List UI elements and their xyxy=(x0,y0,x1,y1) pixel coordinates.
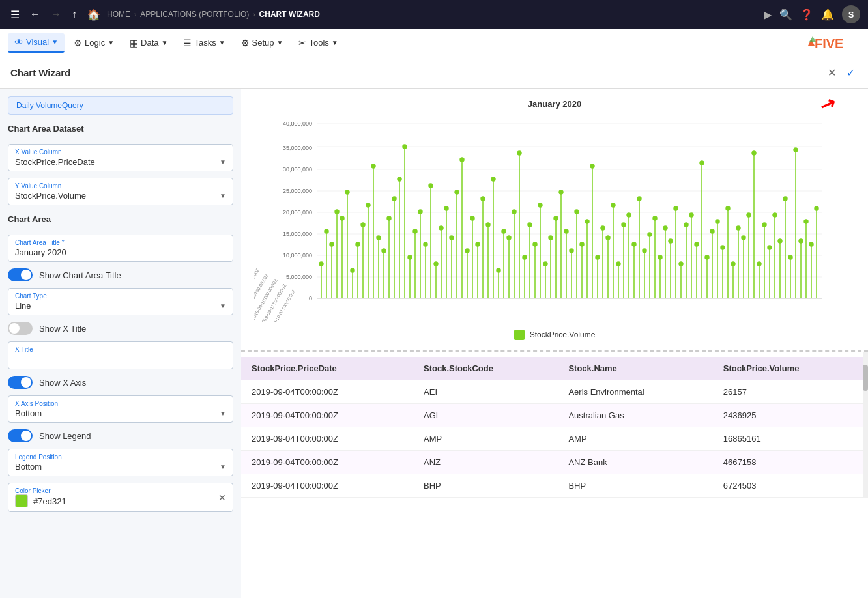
show-chart-area-title-row: Show Chart Area Title xyxy=(8,268,233,281)
svg-point-212 xyxy=(815,206,818,210)
nav-setup[interactable]: ⚙ Setup ▼ xyxy=(235,34,290,52)
nav-visual[interactable]: 👁 Visual ▼ xyxy=(8,33,65,53)
svg-point-68 xyxy=(439,226,443,230)
cell-name: AMP xyxy=(558,427,712,451)
up-icon[interactable]: ↑ xyxy=(69,6,80,23)
show-legend-label: Show Legend xyxy=(39,431,91,441)
svg-text:10,000,000: 10,000,000 xyxy=(283,252,312,259)
y-value-dropdown-icon: ▼ xyxy=(220,192,226,199)
show-legend-toggle[interactable] xyxy=(8,429,33,442)
nav-tasks-label: Tasks xyxy=(194,38,216,48)
right-panel: ↗ January 2020 40,000,000 35,000,000 30,… xyxy=(241,89,868,598)
y-value-value: StockPrice.Volume xyxy=(15,191,226,201)
show-x-axis-toggle[interactable] xyxy=(8,376,33,389)
x-value-field[interactable]: X Value Column StockPrice.PriceDate ▼ xyxy=(8,144,233,171)
search-icon[interactable]: 🔍 xyxy=(779,8,792,21)
svg-point-50 xyxy=(392,197,396,201)
scrollbar-track[interactable] xyxy=(863,352,868,498)
chart-type-field[interactable]: Chart Type Line ▼ xyxy=(8,288,233,315)
nav-data[interactable]: ▦ Data ▼ xyxy=(123,34,174,52)
x-axis-position-label: X Axis Position xyxy=(15,400,226,407)
cell-date: 2019-09-04T00:00:00Z xyxy=(241,451,413,474)
show-x-title-toggle[interactable] xyxy=(8,322,33,335)
nav-data-label: Data xyxy=(141,38,158,48)
svg-point-114 xyxy=(559,190,563,194)
scrollbar-thumb[interactable] xyxy=(863,365,868,391)
color-picker-label: Color Picker xyxy=(15,487,66,494)
chart-legend: StockPrice.Volume xyxy=(254,324,855,345)
nav-tools-label: Tools xyxy=(309,38,328,48)
svg-point-40 xyxy=(366,203,370,207)
svg-point-166 xyxy=(695,242,699,246)
table-row: 2019-09-04T00:00:00Z AGL Australian Gas … xyxy=(241,404,868,427)
svg-point-136 xyxy=(616,262,620,266)
svg-text:35,000,000: 35,000,000 xyxy=(283,145,312,151)
data-icon: ▦ xyxy=(130,38,138,48)
chart-type-dropdown-icon: ▼ xyxy=(220,302,226,309)
confirm-wizard-button[interactable]: ✓ xyxy=(844,65,858,80)
svg-text:0: 0 xyxy=(309,295,312,302)
svg-point-56 xyxy=(408,255,412,259)
wizard-title: Chart Wizard xyxy=(10,67,70,78)
svg-point-124 xyxy=(585,220,589,223)
svg-point-24 xyxy=(325,229,328,233)
table-row: 2019-09-04T00:00:00Z AMP AMP 16865161 xyxy=(241,427,868,451)
cell-name: ANZ Bank xyxy=(558,451,712,474)
query-chip[interactable]: Daily VolumeQuery xyxy=(8,96,233,115)
chart-area-section-label: Chart Area xyxy=(8,214,233,224)
nav-logic[interactable]: ⚙ Logic ▼ xyxy=(67,34,121,52)
visual-icon: 👁 xyxy=(14,37,23,48)
svg-point-140 xyxy=(627,213,631,217)
nav-visual-label: Visual xyxy=(26,37,49,47)
cell-code: AGL xyxy=(413,404,558,427)
show-x-title-row: Show X Title xyxy=(8,322,233,335)
chart-area-title-field[interactable]: Chart Area Title * January 2020 xyxy=(8,235,233,262)
svg-point-142 xyxy=(632,242,636,246)
chart-title: January 2020 xyxy=(254,99,855,109)
help-icon[interactable]: ❓ xyxy=(800,8,813,21)
topbar-actions: ▶ 🔍 ❓ 🔔 S xyxy=(764,5,860,23)
hamburger-icon[interactable]: ☰ xyxy=(8,6,22,23)
left-panel: Daily VolumeQuery Chart Area Dataset X V… xyxy=(0,89,241,598)
x-axis-position-field[interactable]: X Axis Position Bottom ▼ xyxy=(8,395,233,423)
svg-point-106 xyxy=(538,203,542,207)
svg-point-144 xyxy=(637,197,641,201)
svg-point-186 xyxy=(747,213,751,217)
cell-volume: 2436925 xyxy=(713,404,868,427)
show-chart-area-title-toggle[interactable] xyxy=(8,268,33,281)
svg-text:15,000,000: 15,000,000 xyxy=(283,231,312,237)
table-row: 2019-09-04T00:00:00Z BHP BHP 6724503 xyxy=(241,474,868,498)
navbar: 👁 Visual ▼ ⚙ Logic ▼ ▦ Data ▼ ☰ Tasks ▼ … xyxy=(0,29,868,57)
svg-point-62 xyxy=(424,242,427,246)
svg-point-170 xyxy=(705,255,709,259)
nav-tools[interactable]: ✂ Tools ▼ xyxy=(292,34,344,52)
cell-code: ANZ xyxy=(413,451,558,474)
svg-point-52 xyxy=(398,177,401,181)
avatar[interactable]: S xyxy=(842,5,860,23)
x-title-field[interactable]: X Title xyxy=(8,341,233,369)
svg-point-208 xyxy=(804,220,808,223)
play-icon[interactable]: ▶ xyxy=(764,8,772,21)
svg-point-74 xyxy=(455,190,459,194)
bell-icon[interactable]: 🔔 xyxy=(821,8,834,21)
color-picker-field[interactable]: Color Picker #7ed321 ✕ xyxy=(8,483,233,512)
svg-text:5,000,000: 5,000,000 xyxy=(286,274,312,280)
breadcrumb-home[interactable]: HOME xyxy=(107,10,130,19)
cell-volume: 16865161 xyxy=(713,427,868,451)
color-picker-close-icon[interactable]: ✕ xyxy=(218,492,226,503)
svg-point-188 xyxy=(752,151,756,155)
color-swatch[interactable] xyxy=(15,494,28,507)
svg-point-98 xyxy=(517,151,521,155)
x-title-value[interactable] xyxy=(15,354,226,365)
wizard-header-actions: ✕ ✓ xyxy=(825,65,858,80)
nav-tasks[interactable]: ☰ Tasks ▼ xyxy=(177,34,231,52)
close-wizard-button[interactable]: ✕ xyxy=(825,65,839,80)
breadcrumb: 🏠 HOME › APPLICATIONS (PORTFOLIO) › CHAR… xyxy=(85,6,759,23)
chart-area-title-value[interactable]: January 2020 xyxy=(15,248,226,257)
forward-icon[interactable]: → xyxy=(48,6,64,23)
y-value-field[interactable]: Y Value Column StockPrice.Volume ▼ xyxy=(8,178,233,205)
cell-date: 2019-09-04T00:00:00Z xyxy=(241,474,413,498)
breadcrumb-portfolio[interactable]: APPLICATIONS (PORTFOLIO) xyxy=(140,10,249,19)
legend-position-field[interactable]: Legend Position Bottom ▼ xyxy=(8,449,233,476)
back-icon[interactable]: ← xyxy=(27,6,43,23)
